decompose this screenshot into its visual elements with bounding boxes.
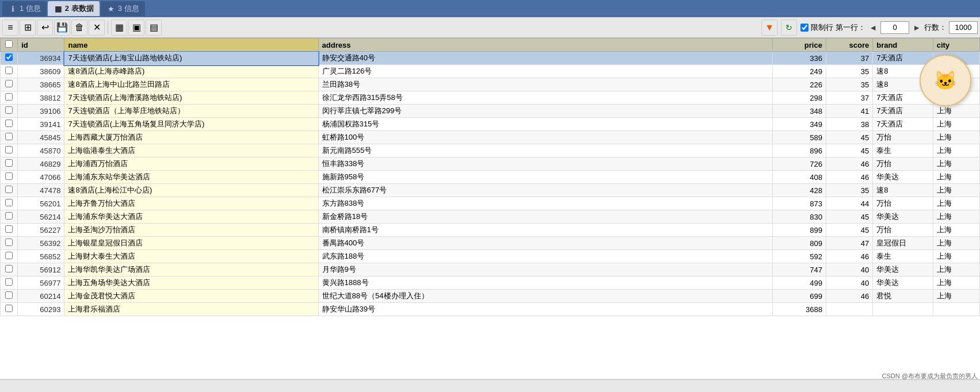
header-price[interactable]: price [773, 39, 826, 52]
row-checkbox[interactable] [5, 186, 13, 193]
table-row[interactable]: 391417天连锁酒店(上海五角场复旦同济大学店)杨浦国权路315号349387… [1, 118, 980, 131]
menu-button[interactable]: ≡ [2, 20, 18, 36]
row-checkbox[interactable] [5, 67, 13, 74]
row-price: 349 [773, 118, 826, 131]
header-name[interactable]: name [64, 39, 318, 52]
header-address[interactable]: address [318, 39, 772, 52]
row-checkbox[interactable] [5, 305, 13, 312]
row-name[interactable]: 上海圣淘沙万怡酒店 [64, 224, 318, 237]
row-checkbox[interactable] [5, 93, 13, 101]
delete-button[interactable]: 🗑 [71, 20, 87, 36]
text-button[interactable]: ▤ [146, 20, 162, 36]
row-checkbox[interactable] [5, 291, 13, 299]
table-row[interactable]: 47066上海浦东东站华美达酒店施新路958号40846华美达上海 [1, 171, 980, 184]
row-name[interactable]: 速8酒店上海中山北路兰田路店 [64, 78, 318, 91]
next-page-button[interactable]: ► [912, 23, 922, 32]
table-row[interactable]: 388127天连锁酒店(上海漕溪路地铁站店)徐汇龙华西路315弄58号29837… [1, 91, 980, 105]
table-row[interactable]: 56201上海齐鲁万怡大酒店东方路838号87344万怡上海 [1, 197, 980, 210]
table-row[interactable]: 38665速8酒店上海中山北路兰田路店兰田路38号22635速8 [1, 78, 980, 91]
row-name[interactable]: 上海浦东东站华美达酒店 [64, 171, 318, 184]
row-checkbox[interactable] [5, 159, 13, 167]
row-checkbox[interactable] [5, 225, 13, 233]
row-name[interactable]: 7天连锁酒店（上海莘庄地铁站店） [64, 105, 318, 118]
row-checkbox[interactable] [5, 278, 13, 286]
row-name[interactable]: 上海浦东华美达大酒店 [64, 210, 318, 224]
row-checkbox[interactable] [5, 252, 13, 259]
row-name[interactable]: 上海华凯华美达广场酒店 [64, 263, 318, 276]
cancel-button[interactable]: ✕ [89, 20, 105, 36]
row-name[interactable]: 上海银星皇冠假日酒店 [64, 237, 318, 250]
data-table: id name address price score brand city 3… [0, 38, 980, 316]
row-brand: 7天酒店 [873, 105, 933, 118]
table-row[interactable]: 46829上海浦西万怡酒店恒丰路338号72646万怡上海 [1, 157, 980, 171]
filter-button[interactable]: ▼ [761, 20, 777, 36]
row-score: 37 [826, 52, 872, 65]
table-row[interactable]: 45870上海临港泰生大酒店新元南路555号89645泰生上海 [1, 144, 980, 157]
row-checkbox[interactable] [5, 53, 13, 61]
row-checkbox[interactable] [5, 239, 13, 246]
refresh-button[interactable]: ↩ [37, 20, 53, 36]
prev-page-button[interactable]: ◄ [868, 23, 878, 32]
header-score[interactable]: score [826, 39, 872, 52]
row-score: 45 [826, 210, 872, 224]
row-count-input[interactable] [949, 21, 978, 34]
row-score: 45 [826, 144, 872, 157]
row-checkbox[interactable] [5, 265, 13, 272]
row-name[interactable]: 7天连锁酒店(上海漕溪路地铁站店) [64, 91, 318, 105]
select-all-checkbox[interactable] [5, 40, 13, 48]
table-row[interactable]: 56977上海五角场华美达大酒店黄兴路1888号49940华美达上海 [1, 276, 980, 290]
add-button[interactable]: ⊞ [20, 20, 36, 36]
reload-button[interactable]: ↻ [781, 20, 797, 36]
limit-row-checkbox[interactable] [800, 24, 809, 32]
row-score: 38 [826, 118, 872, 131]
table-row[interactable]: 47478速8酒店(上海松江中心店)松江崇乐东路677号42835速8上海 [1, 184, 980, 197]
row-name[interactable]: 7天连锁酒店(上海宝山路地铁站店) [64, 52, 318, 65]
table-row[interactable]: 56214上海浦东华美达大酒店新金桥路18号83045华美达上海 [1, 210, 980, 224]
first-row-input[interactable] [880, 21, 909, 34]
row-score: 46 [826, 250, 872, 263]
row-name[interactable]: 速8酒店(上海松江中心店) [64, 184, 318, 197]
row-checkbox-cell [1, 263, 18, 276]
row-name[interactable]: 上海五角场华美达大酒店 [64, 276, 318, 290]
table-row[interactable]: 56227上海圣淘沙万怡酒店南桥镇南桥路1号89945万怡上海 [1, 224, 980, 237]
tab-3-info[interactable]: ★ 3 信息 [101, 1, 145, 16]
form-button[interactable]: ▣ [128, 20, 144, 36]
table-row[interactable]: 56392上海银星皇冠假日酒店番禺路400号80947皇冠假日上海 [1, 237, 980, 250]
row-name[interactable]: 上海金茂君悦大酒店 [64, 290, 318, 303]
grid-button[interactable]: ▦ [111, 20, 127, 36]
table-row[interactable]: 60214上海金茂君悦大酒店世纪大道88号（54楼办理入住）69946君悦上海 [1, 290, 980, 303]
row-checkbox[interactable] [5, 120, 13, 127]
row-brand: 万怡 [873, 157, 933, 171]
row-checkbox[interactable] [5, 106, 13, 114]
table-row[interactable]: 56852上海财大泰生大酒店武东路188号59246泰生上海 [1, 250, 980, 263]
tab-2-tabledata[interactable]: ▦ 2 表数据 [48, 1, 100, 16]
header-brand[interactable]: brand [873, 39, 933, 52]
row-name[interactable]: 上海浦西万怡酒店 [64, 157, 318, 171]
row-checkbox[interactable] [5, 80, 13, 87]
row-name[interactable]: 上海君乐福酒店 [64, 303, 318, 316]
table-row[interactable]: 391067天连锁酒店（上海莘庄地铁站店）闵行莘庄镇七莘路299号348417天… [1, 105, 980, 118]
save-button[interactable]: 💾 [54, 20, 70, 36]
row-checkbox[interactable] [5, 212, 13, 220]
table-row[interactable]: 45845上海西藏大厦万怡酒店虹桥路100号58945万怡上海 [1, 131, 980, 144]
row-name[interactable]: 上海齐鲁万怡大酒店 [64, 197, 318, 210]
header-city[interactable]: city [933, 39, 979, 52]
row-name[interactable]: 速8酒店(上海赤峰路店) [64, 65, 318, 78]
row-name[interactable]: 上海财大泰生大酒店 [64, 250, 318, 263]
table-row[interactable]: 56912上海华凯华美达广场酒店月华路9号74740华美达上海 [1, 263, 980, 276]
table-row[interactable]: 38609速8酒店(上海赤峰路店)广灵二路126号24935速8 [1, 65, 980, 78]
row-checkbox[interactable] [5, 172, 13, 180]
row-checkbox[interactable] [5, 146, 13, 153]
table-row[interactable]: 369347天连锁酒店(上海宝山路地铁站店)静安交通路40号336377天酒店 [1, 52, 980, 65]
row-price: 226 [773, 78, 826, 91]
row-checkbox[interactable] [5, 199, 13, 206]
tab-1-info[interactable]: ℹ 1 信息 [2, 1, 47, 16]
row-name[interactable]: 7天连锁酒店(上海五角场复旦同济大学店) [64, 118, 318, 131]
row-price: 592 [773, 250, 826, 263]
row-name[interactable]: 上海西藏大厦万怡酒店 [64, 131, 318, 144]
row-score: 35 [826, 78, 872, 91]
table-row[interactable]: 60293上海君乐福酒店静安华山路39号3688 [1, 303, 980, 316]
row-name[interactable]: 上海临港泰生大酒店 [64, 144, 318, 157]
header-id[interactable]: id [18, 39, 64, 52]
row-checkbox[interactable] [5, 133, 13, 140]
